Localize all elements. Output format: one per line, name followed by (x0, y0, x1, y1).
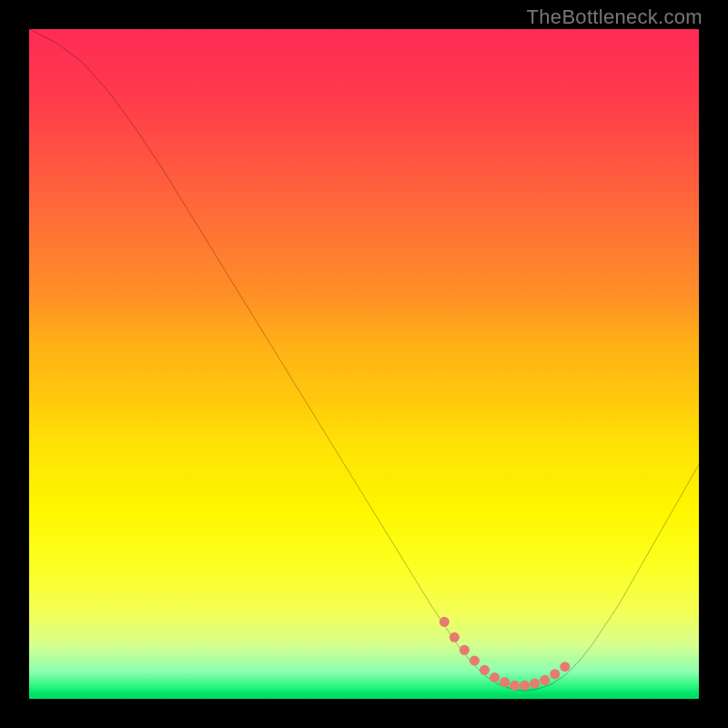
chart-marker (550, 669, 560, 679)
chart-markers (440, 617, 571, 691)
chart-marker (490, 672, 500, 682)
chart-curve (29, 29, 699, 691)
chart-marker (440, 617, 450, 627)
chart-marker (450, 632, 460, 642)
watermark-text: TheBottleneck.com (527, 5, 703, 29)
chart-marker (460, 645, 470, 655)
chart-marker (470, 656, 480, 666)
chart-marker (480, 665, 490, 675)
chart-marker (510, 681, 520, 691)
chart-svg (29, 29, 699, 699)
chart-marker (530, 679, 540, 689)
chart-plot-area (29, 29, 699, 699)
chart-marker (540, 675, 550, 685)
chart-marker (520, 681, 530, 691)
chart-marker (560, 662, 570, 672)
chart-marker (500, 677, 510, 687)
